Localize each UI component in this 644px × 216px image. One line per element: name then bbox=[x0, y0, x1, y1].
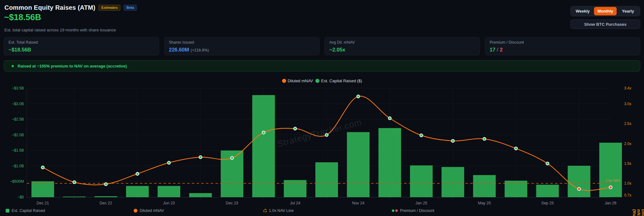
green-dot-icon bbox=[315, 79, 319, 83]
legend-diluted-mnav-bottom: Diluted mNAV bbox=[134, 208, 164, 213]
tab-yearly[interactable]: Yearly bbox=[617, 7, 639, 15]
legend-label: Est. Capital Raised bbox=[12, 208, 45, 213]
svg-text:Sep 25: Sep 25 bbox=[541, 201, 554, 205]
svg-text:Nov 24: Nov 24 bbox=[352, 201, 364, 205]
legend-diluted-mnav[interactable]: Diluted mNAV bbox=[282, 78, 313, 83]
stats-row: Est. Total Raised ~$18.56B Shares Issued… bbox=[4, 37, 640, 55]
stat-value: ~2.05x bbox=[329, 47, 475, 53]
stat-card-total-raised: Est. Total Raised ~$18.56B bbox=[4, 37, 159, 55]
legend-nav-line: 1.0x NAV Line bbox=[264, 208, 294, 213]
legend-premium-discount: Premium / Discount bbox=[392, 208, 434, 213]
page-title: Common Equity Raises (ATM) bbox=[4, 4, 95, 11]
chart-legend-top: Diluted mNAV Est. Capital Raised ($) bbox=[0, 78, 644, 83]
legend-capital-raised[interactable]: Est. Capital Raised ($) bbox=[315, 78, 362, 83]
page-subtitle: Est. total capital raised across 19 mont… bbox=[4, 28, 116, 32]
svg-text:Dec 22: Dec 22 bbox=[100, 201, 112, 205]
svg-text:~$3.5B: ~$3.5B bbox=[12, 86, 24, 90]
stat-label: Avg Dil. mNAV bbox=[329, 40, 475, 45]
tab-monthly[interactable]: Monthly bbox=[594, 7, 617, 15]
svg-text:May 25: May 25 bbox=[478, 201, 491, 205]
svg-text:~$0: ~$0 bbox=[18, 195, 24, 199]
legend-label: 1.0x NAV Line bbox=[269, 208, 294, 213]
orange-dot-icon bbox=[134, 209, 137, 213]
beta-badge: Beta bbox=[124, 5, 137, 11]
svg-text:Jan 26: Jan 26 bbox=[605, 201, 617, 205]
chart-area: 1.0x NAV~$3.5B~$3.0B~$2.5B~$2.0B~$1.5B~$… bbox=[0, 75, 644, 216]
stat-label: Shares Issued bbox=[169, 40, 315, 45]
legend-label: Premium / Discount bbox=[400, 208, 434, 213]
accretive-banner: Raised at ~105% premium to NAV on averag… bbox=[4, 60, 640, 72]
legend-est-capital-raised: Est. Capital Raised bbox=[6, 208, 45, 213]
svg-text:2.5x: 2.5x bbox=[624, 122, 631, 126]
tab-weekly[interactable]: Weekly bbox=[571, 7, 594, 15]
chart-legend-bottom: Est. Capital Raised Diluted mNAV 1.0x NA… bbox=[0, 208, 644, 215]
legend-label: Diluted mNAV bbox=[288, 78, 313, 83]
svg-text:0.7x: 0.7x bbox=[624, 193, 631, 197]
show-btc-purchases-button[interactable]: Show BTC Purchases bbox=[570, 19, 640, 29]
svg-text:Jun 23: Jun 23 bbox=[163, 201, 175, 205]
stat-value: 226.60M(+218.8%) bbox=[169, 47, 315, 53]
chart-canvas[interactable]: 1.0x NAV~$3.5B~$3.0B~$2.5B~$2.0B~$1.5B~$… bbox=[0, 75, 644, 216]
svg-text:3.0x: 3.0x bbox=[624, 102, 631, 106]
svg-text:~$1.5B: ~$1.5B bbox=[12, 148, 24, 153]
svg-text:~$2.5B: ~$2.5B bbox=[12, 117, 24, 122]
banner-text: Raised at ~105% premium to NAV on averag… bbox=[18, 64, 127, 68]
estimates-badge: Estimates bbox=[98, 5, 120, 11]
green-square-icon bbox=[6, 209, 9, 213]
svg-text:Jul 24: Jul 24 bbox=[290, 201, 300, 205]
shares-value: 226.60M bbox=[169, 47, 189, 52]
svg-text:2.0x: 2.0x bbox=[624, 142, 631, 146]
legend-label: Est. Capital Raised ($) bbox=[321, 78, 362, 83]
orange-dot-icon bbox=[282, 79, 286, 83]
discount-count: 2 bbox=[500, 47, 502, 52]
range-tab-group: Weekly Monthly Yearly bbox=[570, 6, 640, 16]
header: Common Equity Raises (ATM) Estimates Bet… bbox=[4, 4, 137, 11]
stat-value: 17 / 2 bbox=[490, 47, 636, 53]
svg-text:1.0x NAV: 1.0x NAV bbox=[606, 179, 620, 182]
svg-text:3.4x: 3.4x bbox=[624, 86, 631, 90]
svg-text:~$2.0B: ~$2.0B bbox=[12, 133, 24, 137]
red-dot-icon bbox=[395, 209, 398, 212]
stat-label: Est. Total Raised bbox=[8, 40, 154, 45]
stat-label: Premium / Discount bbox=[490, 40, 636, 45]
dashed-line-icon bbox=[264, 209, 267, 212]
svg-text:~$3.0B: ~$3.0B bbox=[12, 102, 24, 106]
green-dot-icon bbox=[392, 209, 394, 212]
svg-text:Dec 23: Dec 23 bbox=[226, 201, 238, 205]
legend-label: Diluted mNAV bbox=[140, 208, 164, 213]
svg-text:1.5x: 1.5x bbox=[624, 161, 631, 166]
stat-card-shares-issued: Shares Issued 226.60M(+218.8%) bbox=[164, 37, 319, 55]
shares-change: (+218.8%) bbox=[191, 48, 209, 52]
stat-card-premium-discount: Premium / Discount 17 / 2 bbox=[485, 37, 640, 55]
stat-value: ~$18.56B bbox=[8, 47, 154, 53]
total-raised-hero-value: ~$18.56B bbox=[4, 13, 41, 22]
green-dot-icon bbox=[12, 65, 14, 67]
svg-text:~$500M: ~$500M bbox=[10, 179, 24, 184]
stat-card-avg-mnav: Avg Dil. mNAV ~2.05x bbox=[325, 37, 480, 55]
svg-text:~$1.0B: ~$1.0B bbox=[12, 164, 24, 168]
premium-count: 17 bbox=[490, 47, 495, 52]
svg-text:1.0x: 1.0x bbox=[624, 181, 631, 186]
svg-text:Dec 21: Dec 21 bbox=[36, 201, 49, 205]
separator: / bbox=[497, 47, 498, 52]
svg-text:Jan 25: Jan 25 bbox=[415, 201, 427, 205]
